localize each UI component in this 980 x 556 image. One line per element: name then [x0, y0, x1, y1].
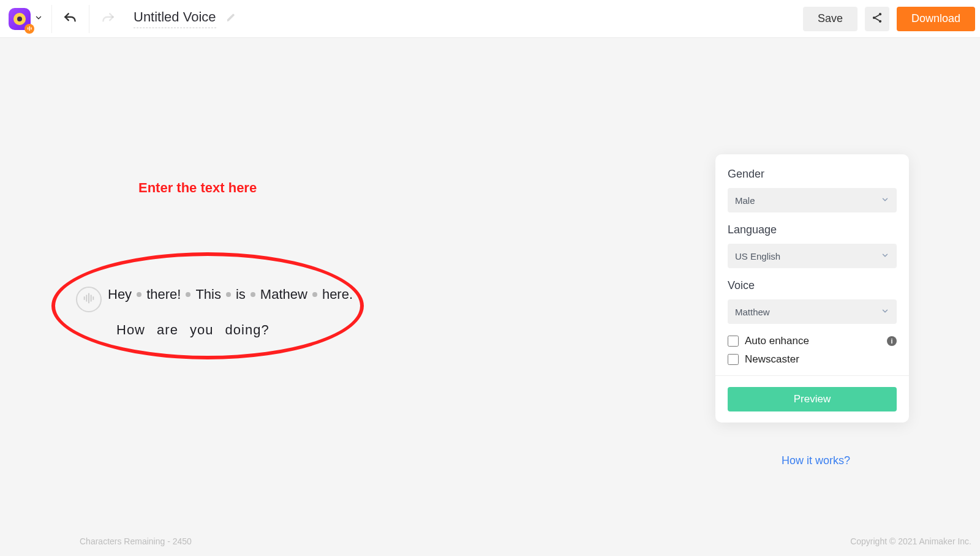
newscaster-checkbox[interactable]: [728, 354, 739, 365]
copyright: Copyright © 2021 Animaker Inc.: [850, 536, 971, 546]
token: Mathew: [260, 287, 307, 302]
newscaster-label: Newscaster: [745, 353, 799, 366]
svg-rect-1: [29, 26, 29, 31]
language-value: US English: [735, 251, 780, 261]
play-line-button[interactable]: [76, 287, 102, 312]
language-select[interactable]: US English: [728, 244, 897, 268]
gender-value: Male: [735, 195, 755, 206]
token: Hey: [108, 287, 132, 302]
auto-enhance-checkbox[interactable]: [728, 336, 739, 347]
newscaster-row: Newscaster: [728, 353, 897, 366]
chevron-down-icon: [881, 195, 889, 206]
chevron-down-icon: [881, 251, 889, 261]
svg-rect-9: [91, 295, 92, 302]
pause-dot[interactable]: [186, 292, 190, 297]
svg-rect-2: [31, 28, 31, 30]
voice-settings-panel: Gender Male Language US English Voice Ma…: [715, 154, 909, 423]
pencil-icon[interactable]: [226, 13, 236, 25]
project-title[interactable]: Untitled Voice: [134, 9, 216, 28]
characters-remaining: Characters Remaining - 2450: [80, 536, 192, 546]
svg-rect-0: [27, 28, 28, 30]
pause-dot[interactable]: [137, 292, 141, 297]
voice-value: Matthew: [735, 307, 770, 317]
token: here.: [322, 287, 353, 302]
svg-rect-10: [92, 296, 94, 300]
top-bar: Untitled Voice Save Download: [0, 0, 980, 38]
logo-menu-chevron[interactable]: [34, 13, 43, 24]
redo-button[interactable]: [94, 6, 121, 32]
separator: [89, 5, 89, 33]
auto-enhance-label: Auto enhance: [745, 335, 809, 347]
voice-label: Voice: [728, 279, 897, 292]
info-icon[interactable]: i: [887, 336, 897, 346]
gender-select[interactable]: Male: [728, 188, 897, 212]
svg-rect-8: [88, 293, 89, 304]
pause-dot[interactable]: [312, 292, 317, 297]
language-label: Language: [728, 224, 897, 236]
annotation-label: Enter the text here: [138, 180, 257, 196]
svg-rect-7: [86, 295, 87, 302]
save-button[interactable]: Save: [803, 7, 858, 31]
share-icon: [871, 12, 883, 26]
how-it-works-link[interactable]: How it works?: [782, 454, 850, 467]
share-button[interactable]: [865, 7, 889, 31]
svg-point-5: [879, 20, 881, 22]
text-line-2[interactable]: How are you doing?: [116, 322, 270, 338]
gender-label: Gender: [728, 168, 897, 181]
token: This: [195, 287, 221, 302]
auto-enhance-row: Auto enhance i: [728, 335, 897, 347]
svg-rect-6: [84, 296, 85, 300]
token: is: [236, 287, 246, 302]
workspace: Enter the text here Hey there! This is M…: [0, 38, 980, 556]
svg-point-3: [879, 13, 881, 15]
token: there!: [146, 287, 181, 302]
panel-separator: [715, 375, 909, 376]
separator: [51, 5, 52, 33]
pause-dot[interactable]: [251, 292, 255, 297]
voice-select[interactable]: Matthew: [728, 299, 897, 324]
waveform-icon: [82, 291, 96, 307]
text-line-1[interactable]: Hey there! This is Mathew here.: [108, 287, 353, 302]
text-entry-area[interactable]: Hey there! This is Mathew here.: [76, 287, 353, 312]
app-logo[interactable]: [9, 8, 31, 30]
undo-button[interactable]: [57, 6, 84, 32]
pause-dot[interactable]: [226, 292, 231, 297]
download-button[interactable]: Download: [897, 7, 975, 31]
chevron-down-icon: [881, 307, 889, 317]
preview-button[interactable]: Preview: [728, 387, 897, 411]
